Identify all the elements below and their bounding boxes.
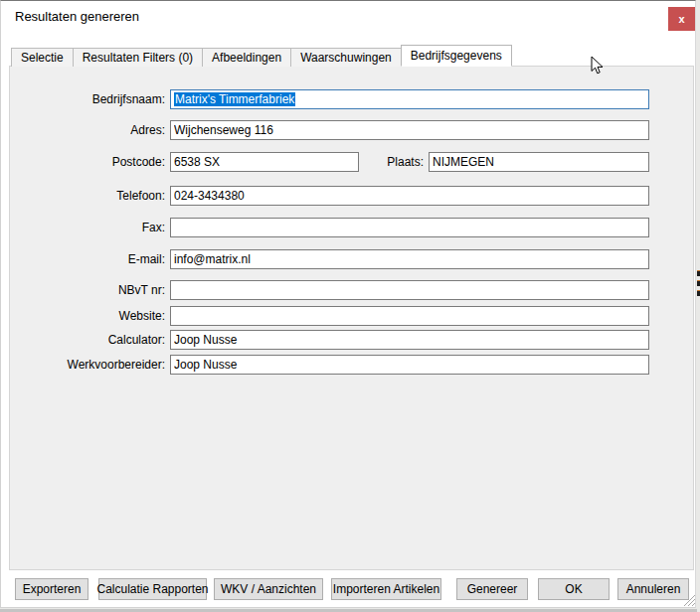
results-generate-dialog: Resultaten genereren x Selectie Resultat…: [0, 0, 696, 608]
postcode-label: Postcode:: [21, 152, 165, 172]
genereer-button[interactable]: Genereer: [456, 578, 528, 600]
adres-label: Adres:: [21, 120, 165, 140]
nbvt-nr-input[interactable]: [170, 280, 649, 300]
nbvt-nr-label: NBvT nr:: [21, 280, 165, 300]
adres-input[interactable]: [170, 120, 649, 140]
website-input[interactable]: [170, 306, 649, 326]
fax-input[interactable]: [170, 218, 649, 237]
importeren-artikelen-button[interactable]: Importeren Artikelen: [331, 578, 441, 600]
close-button[interactable]: x: [668, 7, 695, 31]
calculator-input[interactable]: [170, 330, 649, 350]
wkv-aanzichten-button[interactable]: WKV / Aanzichten: [214, 578, 323, 600]
tab-strip: Selectie Resultaten Filters (0) Afbeeldi…: [11, 45, 511, 67]
tab-afbeeldingen[interactable]: Afbeeldingen: [202, 48, 291, 67]
website-label: Website:: [21, 306, 165, 326]
bedrijfsnaam-label: Bedrijfsnaam:: [21, 89, 165, 109]
plaats-label: Plaats:: [329, 152, 424, 172]
title-bar: Resultaten genereren x: [1, 1, 695, 33]
email-input[interactable]: [170, 249, 649, 269]
button-bar: Exporteren Calculatie Rapporten WKV / Aa…: [1, 578, 697, 600]
tab-selectie[interactable]: Selectie: [11, 48, 74, 67]
exporteren-button[interactable]: Exporteren: [15, 578, 88, 600]
telefoon-label: Telefoon:: [21, 186, 165, 206]
bedrijfsnaam-input[interactable]: Matrix's Timmerfabriek: [170, 89, 649, 109]
plaats-input[interactable]: [429, 152, 649, 172]
telefoon-input[interactable]: [170, 186, 649, 206]
tab-waarschuwingen[interactable]: Waarschuwingen: [290, 48, 402, 67]
selected-text: Matrix's Timmerfabriek: [174, 92, 295, 106]
werkvoorbereider-label: Werkvoorbereider:: [21, 355, 165, 375]
calculatie-rapporten-button[interactable]: Calculatie Rapporten: [98, 578, 207, 600]
mouse-cursor-icon: [591, 56, 604, 76]
ok-button[interactable]: OK: [538, 578, 610, 600]
resize-grip-icon[interactable]: [683, 594, 696, 607]
fax-label: Fax:: [21, 218, 165, 237]
email-label: E-mail:: [21, 249, 165, 269]
window-title: Resultaten genereren: [15, 9, 139, 24]
annuleren-button[interactable]: Annuleren: [617, 578, 689, 600]
tab-bedrijfsgegevens[interactable]: Bedrijfsgegevens: [401, 45, 512, 67]
calculator-label: Calculator:: [21, 330, 165, 350]
werkvoorbereider-input[interactable]: [170, 355, 649, 375]
tab-resultaten-filters[interactable]: Resultaten Filters (0): [73, 48, 203, 67]
